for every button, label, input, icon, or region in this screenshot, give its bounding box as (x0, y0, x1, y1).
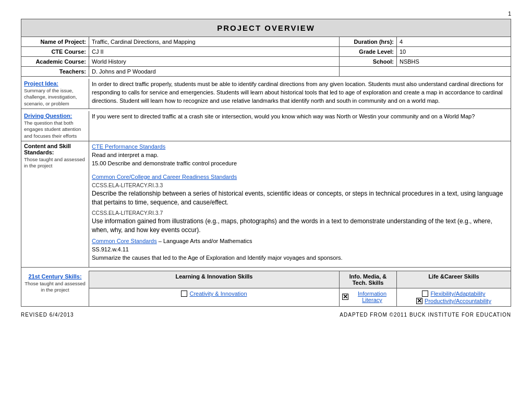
teachers-extra (340, 67, 511, 77)
skills-21st-label: 21st Century Skills: (24, 273, 86, 280)
cte-standards-text: Read and interpret a map. 15.00 Describe… (92, 151, 508, 168)
cte-course-value: CJ II (89, 47, 340, 57)
duration-label: Duration (hrs): (340, 37, 397, 47)
driving-question-section: Driving Question: The question that both… (21, 111, 89, 141)
teachers-value: D. Johns and P Woodard (89, 67, 340, 77)
common-core-link[interactable]: Common Core Standards (92, 238, 157, 244)
name-of-project-value: Traffic, Cardinal Directions, and Mappin… (89, 37, 340, 47)
project-idea-label: Project Idea: (24, 80, 86, 87)
footer-left: REVISED 6/4/2013 (21, 312, 74, 318)
skills-col2-header: Info. Media, & Tech. Skills (340, 271, 397, 288)
common-core-line: Common Core Standards – Language Arts an… (92, 237, 508, 246)
cte-course-label: CTE Course: (21, 47, 89, 57)
information-literacy-label[interactable]: Information Literacy (350, 291, 394, 303)
ccss-code1: CCSS.ELA-LITERACY.RI.3.3 (92, 182, 508, 189)
ss-desc: Summarize the causes that led to the Age… (92, 254, 508, 262)
productivity-checkbox[interactable] (416, 298, 422, 304)
project-idea-section: Project Idea: Summary of the issue, chal… (21, 79, 89, 109)
common-core-suffix: – Language Arts and/or Mathematics (157, 238, 252, 244)
flexibility-label[interactable]: Flexibility/Adaptability (430, 291, 485, 297)
skills-col1-items: Creativity & Innovation (89, 288, 340, 307)
project-idea-sublabel: Summary of the issue, challenge, investi… (24, 88, 86, 107)
content-skill-label: Content and Skill Standards: (24, 143, 86, 155)
ss-code: SS.912.w.4.11 (92, 246, 508, 254)
ccss-link[interactable]: Common Core/College and Career Readiness… (92, 174, 237, 180)
content-skill-content: CTE Performance Standards Read and inter… (89, 141, 511, 268)
page-number: 1 (21, 10, 511, 17)
project-idea-content: In order to direct traffic properly, stu… (89, 79, 511, 109)
ccss-desc2: Use information gained from illustration… (92, 217, 508, 235)
skills-col3-items: Flexibility/Adaptability Productivity/Ac… (397, 288, 511, 307)
information-literacy-checkbox[interactable] (342, 294, 348, 300)
name-of-project-label: Name of Project: (21, 37, 89, 47)
school-label: School: (340, 57, 397, 67)
creativity-label[interactable]: Creativity & Innovation (189, 291, 247, 297)
academic-course-label: Academic Course: (21, 57, 89, 67)
skills-col1-header: Learning & Innovation Skills (89, 271, 340, 288)
content-skill-section: Content and Skill Standards: Those taugh… (21, 141, 89, 268)
grade-level-value: 10 (397, 47, 511, 57)
ccss-code2: CCSS.ELA-LITERACY.RI.3.7 (92, 209, 508, 217)
driving-question-content: If you were sent to directed traffic at … (89, 111, 511, 141)
footer-right: ADAPTED FROM ©2011 BUCK INSTITUTE FOR ED… (340, 312, 511, 318)
academic-course-value: World History (89, 57, 340, 67)
skills-21st-section: 21st Century Skills: Those taught and as… (21, 271, 89, 307)
skills-col3-header: Life &Career Skills (397, 271, 511, 288)
grade-level-label: Grade Level: (340, 47, 397, 57)
flexibility-checkbox[interactable] (422, 291, 428, 297)
school-value: NSBHS (397, 57, 511, 67)
cte-standards-link[interactable]: CTE Performance Standards (92, 143, 165, 150)
creativity-checkbox[interactable] (181, 291, 187, 297)
ccss-desc1: Describe the relationship between a seri… (92, 189, 508, 207)
content-skill-sublabel: Those taught and assessed in the project (24, 156, 86, 170)
skills-col2-items: Information Literacy (340, 288, 397, 307)
productivity-label[interactable]: Productivity/Accountability (425, 298, 491, 304)
footer: REVISED 6/4/2013 ADAPTED FROM ©2011 BUCK… (21, 312, 511, 318)
skills-21st-sublabel: Those taught and assessed in the project (24, 281, 86, 294)
page-title: PROJECT OVERVIEW (21, 19, 511, 37)
duration-value: 4 (397, 37, 511, 47)
driving-question-sublabel: The question that both engages student a… (24, 120, 86, 139)
teachers-label: Teachers: (21, 67, 89, 77)
driving-question-label: Driving Question: (24, 113, 86, 119)
